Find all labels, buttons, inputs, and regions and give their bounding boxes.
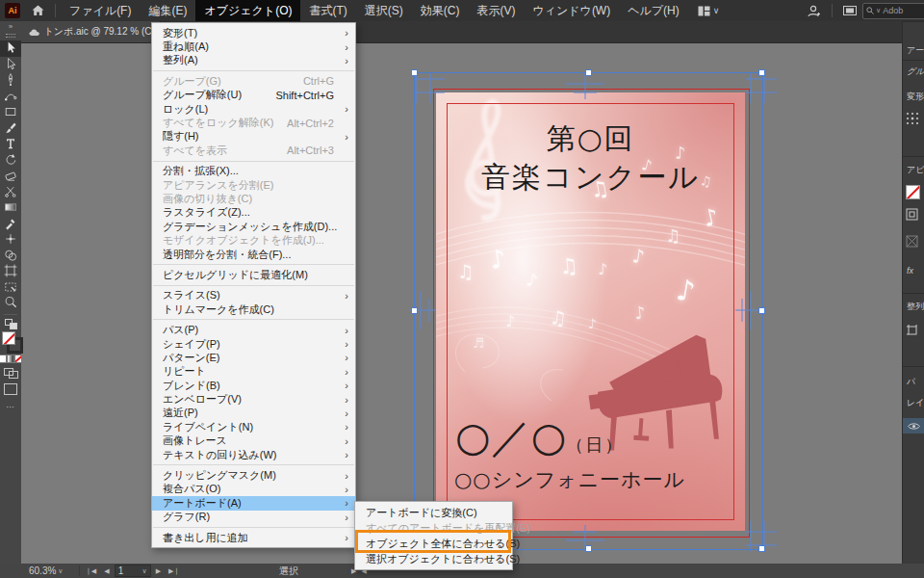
object-menu-item-1[interactable]: 重ね順(A)› xyxy=(152,39,355,53)
zoom-level-control[interactable]: 60.3%∨ xyxy=(29,564,63,578)
menubar-item-7[interactable]: ウィンドウ(W) xyxy=(524,0,619,21)
first-artboard-button[interactable]: ❘◀ xyxy=(83,567,99,575)
type-tool[interactable] xyxy=(0,136,21,152)
object-menu-item-33[interactable]: テキストの回り込み(W)› xyxy=(152,448,355,461)
appearance-panel-label[interactable]: アピ xyxy=(907,164,924,176)
object-menu-item-35[interactable]: クリッピングマスク(M)› xyxy=(152,468,355,482)
layer-visibility-row[interactable] xyxy=(903,418,924,434)
selection-tool[interactable] xyxy=(0,40,21,57)
menubar-item-1[interactable]: 編集(E) xyxy=(140,0,195,21)
layers-panel-label[interactable]: レイ xyxy=(907,397,924,409)
object-menu-item-38[interactable]: グラフ(R)› xyxy=(152,511,355,524)
object-menu-item-30[interactable]: 遠近(P)› xyxy=(152,407,355,420)
stroke-box-icon[interactable] xyxy=(906,208,918,221)
direct-selection-tool[interactable] xyxy=(0,57,21,73)
right-panel-tab-2[interactable]: グル xyxy=(907,66,924,78)
selection-handle-mid-right[interactable] xyxy=(758,307,765,314)
paintbrush-tool[interactable] xyxy=(0,120,21,137)
menubar-item-4[interactable]: 選択(S) xyxy=(356,0,412,21)
object-menu-item-36[interactable]: 複合パス(O)› xyxy=(152,483,355,496)
illustrator-logo-icon[interactable]: Ai xyxy=(5,3,20,18)
transform-panel-label[interactable]: 変形 xyxy=(907,91,924,103)
search-field[interactable]: ∨ Adob xyxy=(862,3,924,19)
object-menu-item-37[interactable]: アートボード(A)› xyxy=(152,496,355,510)
fill-stroke-control[interactable] xyxy=(2,331,19,351)
next-artboard-button[interactable]: ▶ xyxy=(153,567,164,575)
artboard-number-field[interactable]: 1∨ xyxy=(115,565,151,577)
selection-handle-top-center[interactable] xyxy=(585,69,592,76)
reference-point-grid-icon[interactable] xyxy=(906,112,919,125)
selection-handle-mid-left[interactable] xyxy=(411,307,418,314)
object-menu-item-15[interactable]: グラデーションメッシュを作成(D)... xyxy=(152,220,355,233)
selection-handle-top-right[interactable] xyxy=(758,69,765,76)
scissors-tool[interactable] xyxy=(0,184,21,200)
appearance-fill-none-swatch[interactable] xyxy=(906,185,920,199)
object-menu-item-22[interactable]: トリムマークを作成(C) xyxy=(152,302,355,316)
toolbar-more-button[interactable]: … xyxy=(6,400,15,409)
draw-mode-icon[interactable] xyxy=(4,368,17,378)
selection-handle-bottom-center[interactable] xyxy=(585,545,592,552)
object-menu-item-0[interactable]: 変形(T)› xyxy=(152,26,355,39)
object-menu-item-32[interactable]: 画像トレース› xyxy=(152,434,355,448)
fill-swatch-none[interactable] xyxy=(2,331,15,345)
object-menu-item-21[interactable]: スライス(S)› xyxy=(152,289,355,302)
document-tab[interactable]: トンボ.aic @ 79.12 % (CMYK/ xyxy=(21,21,161,42)
artboard-panel-icon[interactable] xyxy=(906,324,919,337)
menubar-item-6[interactable]: 表示(V) xyxy=(468,0,524,21)
object-menu-item-19[interactable]: ピクセルグリッドに最適化(M) xyxy=(152,268,355,281)
arrange-documents-icon[interactable] xyxy=(843,6,857,15)
align-panel-label[interactable]: 整列 xyxy=(907,301,924,313)
color-type-bar[interactable] xyxy=(0,355,22,363)
share-user-icon[interactable] xyxy=(808,5,821,17)
artboard-selection-box[interactable] xyxy=(414,72,763,550)
menubar-item-2[interactable]: オブジェクト(O) xyxy=(195,0,300,21)
swap-fill-stroke-icon[interactable] xyxy=(5,319,16,328)
home-icon[interactable] xyxy=(32,5,44,16)
object-menu-item-25[interactable]: シェイプ(P)› xyxy=(152,337,355,351)
rotate-tool[interactable] xyxy=(0,152,21,169)
object-menu-item-5[interactable]: グループ解除(U)Shift+Ctrl+G xyxy=(152,89,355,102)
object-menu-item-17[interactable]: 透明部分を分割・統合(F)... xyxy=(152,248,355,261)
object-menu-item-2[interactable]: 整列(A)› xyxy=(152,54,355,67)
object-menu-item-11[interactable]: 分割・拡張(X)... xyxy=(152,165,355,178)
previous-artboard-button[interactable]: ◀ xyxy=(101,567,112,575)
menubar-item-5[interactable]: 効果(C) xyxy=(412,0,469,21)
object-menu-item-26[interactable]: パターン(E)› xyxy=(152,351,355,364)
object-menu-item-29[interactable]: エンベロープ(V)› xyxy=(152,392,355,406)
artboard-tool[interactable] xyxy=(0,263,21,279)
object-menu-item-31[interactable]: ライブペイント(N)› xyxy=(152,420,355,434)
eyedropper-tool[interactable] xyxy=(0,216,21,232)
opacity-grid-icon[interactable] xyxy=(906,235,918,248)
object-menu-item-8[interactable]: 隠す(H)› xyxy=(152,130,355,144)
object-menu-item-14[interactable]: ラスタライズ(Z)... xyxy=(152,206,355,220)
menubar-item-8[interactable]: ヘルプ(H) xyxy=(619,0,688,21)
fx-label[interactable]: fx xyxy=(907,266,924,276)
zoom-tool[interactable] xyxy=(0,295,21,311)
workspace-switcher[interactable]: ∨ xyxy=(698,6,720,16)
menubar-item-3[interactable]: 書式(T) xyxy=(300,0,355,21)
object-menu-item-6[interactable]: ロック(L)› xyxy=(152,102,355,116)
artboard-submenu-item-3[interactable]: 選択オブジェクトに合わせる(S) xyxy=(355,551,512,566)
right-panel-tab-1[interactable]: アー xyxy=(907,44,924,57)
curvature-tool[interactable] xyxy=(0,89,21,105)
slice-tool[interactable] xyxy=(0,279,21,296)
width-tool[interactable] xyxy=(0,231,21,248)
pathfinder-panel-label[interactable]: パ xyxy=(907,376,924,388)
rectangle-tool[interactable] xyxy=(0,104,21,120)
artboard-submenu-item-2[interactable]: オブジェクト全体に合わせる(B) xyxy=(355,536,512,551)
toolbar-collapse-chevrons[interactable]: » xyxy=(9,21,13,32)
selection-handle-top-left[interactable] xyxy=(411,69,418,76)
pen-tool[interactable] xyxy=(0,72,21,89)
object-menu-item-27[interactable]: リピート› xyxy=(152,365,355,379)
object-menu-item-24[interactable]: パス(P)› xyxy=(152,323,355,336)
gradient-tool[interactable] xyxy=(0,199,21,216)
toolbar-grip[interactable] xyxy=(6,34,15,38)
screen-mode-icon[interactable] xyxy=(4,383,17,395)
eraser-tool[interactable] xyxy=(0,168,21,184)
artboard-submenu-item-0[interactable]: アートボードに変換(C) xyxy=(355,505,512,520)
last-artboard-button[interactable]: ▶❘ xyxy=(166,567,182,575)
selection-handle-bottom-right[interactable] xyxy=(758,545,765,552)
object-menu-item-28[interactable]: ブレンド(B)› xyxy=(152,379,355,392)
object-menu-item-40[interactable]: 書き出し用に追加› xyxy=(152,531,355,544)
menubar-item-0[interactable]: ファイル(F) xyxy=(61,0,140,21)
